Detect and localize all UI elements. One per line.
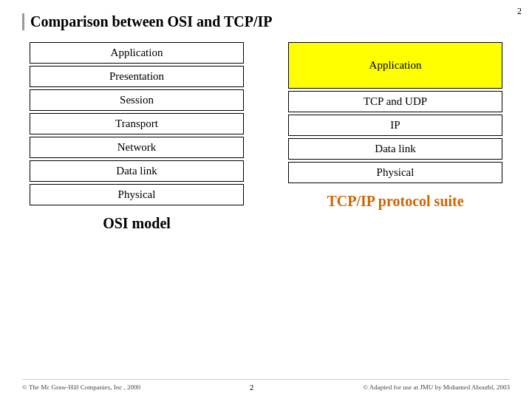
osi-layer-session: Session: [30, 89, 244, 111]
osi-layers: Application Presentation Session Transpo…: [30, 42, 244, 208]
footer-left: © The Mc Graw-Hill Companies, Inc , 2000: [22, 383, 140, 391]
osi-layer-physical: Physical: [30, 184, 244, 205]
osi-column: Application Presentation Session Transpo…: [30, 42, 244, 232]
page-number: 2: [517, 6, 522, 17]
osi-layer-network: Network: [30, 137, 244, 158]
tcpip-layer-tcp-udp: TCP and UDP: [288, 91, 502, 112]
osi-layer-datalink: Data link: [30, 160, 244, 182]
osi-layer-presentation: Presentation: [30, 66, 244, 87]
osi-label: OSI model: [103, 215, 171, 232]
tcpip-layer-physical: Physical: [288, 162, 502, 183]
slide-title: Comparison between OSI and TCP/IP: [22, 13, 510, 30]
osi-layer-application: Application: [30, 42, 244, 64]
footer: © The Mc Graw-Hill Companies, Inc , 2000…: [22, 379, 510, 392]
tcpip-layers: Application TCP and UDP IP Data link Phy…: [288, 42, 502, 185]
osi-layer-transport: Transport: [30, 113, 244, 134]
slide: 2 Comparison between OSI and TCP/IP Appl…: [0, 0, 532, 399]
footer-center: 2: [250, 383, 254, 392]
footer-right: © Adapted for use at JMU by Mohamed Abou…: [363, 383, 510, 391]
tcpip-layer-ip: IP: [288, 115, 502, 136]
tcpip-column: Application TCP and UDP IP Data link Phy…: [288, 42, 502, 210]
models-container: Application Presentation Session Transpo…: [22, 42, 510, 379]
tcpip-layer-datalink: Data link: [288, 138, 502, 160]
tcpip-label: TCP/IP protocol suite: [327, 193, 463, 210]
tcpip-layer-application: Application: [288, 42, 502, 89]
